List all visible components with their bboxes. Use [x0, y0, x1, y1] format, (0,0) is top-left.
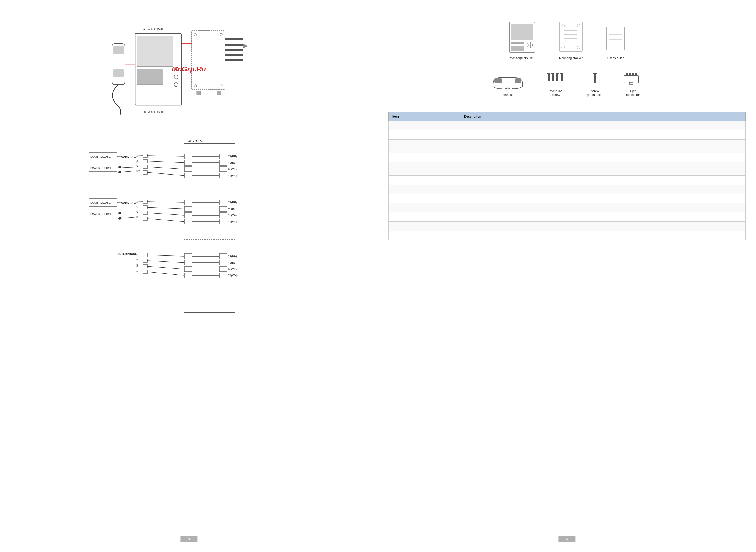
svg-text:CAMERA 1: CAMERA 1 — [121, 155, 136, 158]
svg-point-12 — [194, 85, 197, 87]
spec-item-cell — [389, 222, 460, 231]
spec-item-cell — [389, 121, 460, 130]
spec-desc-cell — [460, 194, 746, 203]
svg-rect-159 — [547, 73, 550, 74]
svg-rect-50 — [219, 213, 227, 218]
svg-rect-2 — [113, 69, 124, 77]
table-row — [389, 194, 746, 203]
svg-rect-137 — [511, 42, 524, 44]
svg-text:②: ② — [136, 159, 138, 162]
device-diagram: screw hole (M4) screw hole (M4) McGrp.Ru — [10, 15, 367, 123]
table-row — [389, 185, 746, 194]
svg-text:②: ② — [136, 259, 138, 262]
page-number-left: 8 — [180, 536, 198, 542]
spec-desc-cell — [460, 153, 746, 162]
spec-item-cell — [389, 153, 460, 162]
monitor-screw-accessory: screw(for monitor) — [587, 73, 604, 97]
svg-rect-83 — [143, 154, 147, 157]
screw-hole-label-bottom: screw hole (M4) — [143, 110, 163, 113]
svg-rect-33 — [219, 160, 227, 165]
spec-item-cell — [389, 231, 460, 240]
svg-rect-30 — [184, 167, 192, 172]
wire-slots — [225, 38, 248, 61]
svg-rect-5 — [137, 69, 163, 85]
svg-text:③: ③ — [136, 211, 138, 214]
mcgrp-watermark: McGrp.Ru — [172, 65, 206, 73]
svg-rect-22 — [217, 91, 221, 95]
spec-table-header-description: Description — [460, 112, 746, 121]
connector-icon — [624, 73, 642, 87]
svg-rect-161 — [551, 73, 554, 74]
svg-rect-163 — [556, 73, 559, 74]
svg-rect-63 — [184, 273, 192, 278]
svg-rect-66 — [219, 267, 227, 272]
bracket-accessory: Mounting bracket — [557, 20, 585, 60]
svg-rect-1 — [113, 46, 124, 54]
spec-item-cell — [389, 203, 460, 213]
spec-table: Item Description — [388, 112, 746, 240]
svg-text:①: ① — [136, 254, 138, 257]
accessories-row-1: Monitor(main unit) Mounting bracket — [388, 20, 746, 60]
svg-text:#3(YE): #3(YE) — [228, 214, 237, 217]
spec-table-header-item: Item — [389, 112, 460, 121]
svg-rect-105 — [143, 200, 147, 203]
svg-point-11 — [194, 33, 197, 36]
svg-rect-62 — [184, 267, 192, 272]
spec-item-cell — [389, 185, 460, 194]
svg-rect-142 — [511, 46, 524, 51]
spec-desc-cell — [460, 213, 746, 222]
camera1-group: DOOR RELEASE CAMERA 1 ① ② ③ ④ — [89, 152, 184, 175]
svg-rect-45 — [184, 206, 192, 212]
wiring-diagram: DPV-6-P2 #1(RE) #2(BL) — [10, 138, 367, 318]
spec-item-cell — [389, 130, 460, 140]
svg-rect-168 — [594, 74, 596, 83]
svg-line-88 — [147, 161, 184, 163]
svg-text:#2(BL): #2(BL) — [228, 261, 236, 264]
spec-desc-cell — [460, 162, 746, 175]
svg-rect-28 — [184, 154, 192, 159]
svg-line-118 — [120, 213, 140, 213]
table-row — [389, 153, 746, 162]
svg-rect-4 — [137, 36, 173, 66]
svg-rect-49 — [219, 206, 227, 212]
svg-rect-107 — [143, 211, 147, 215]
svg-text:③: ③ — [136, 264, 138, 267]
bracket-accessory-icon — [557, 20, 585, 54]
table-row — [389, 140, 746, 153]
spec-table-body — [389, 121, 746, 240]
svg-text:#4(WH): #4(WH) — [228, 220, 238, 223]
svg-rect-167 — [593, 73, 597, 74]
svg-text:④: ④ — [136, 170, 138, 173]
svg-rect-143 — [559, 22, 582, 51]
spec-item-cell — [389, 162, 460, 175]
svg-rect-15 — [225, 38, 243, 40]
screw-hole-label-top: screw hole (M4) — [143, 28, 163, 31]
spec-desc-cell — [460, 185, 746, 194]
handset-label: Handset — [503, 93, 515, 97]
svg-line-111 — [147, 213, 184, 215]
svg-rect-127 — [143, 264, 147, 268]
svg-rect-84 — [143, 159, 147, 163]
table-row — [389, 231, 746, 240]
table-row — [389, 162, 746, 175]
svg-rect-164 — [556, 74, 558, 81]
svg-rect-32 — [219, 154, 227, 159]
spec-desc-cell — [460, 203, 746, 213]
table-row — [389, 175, 746, 185]
accessories-section: Monitor(main unit) Mounting bracket — [388, 20, 746, 97]
svg-rect-151 — [607, 27, 625, 50]
svg-text:④: ④ — [136, 216, 138, 219]
svg-rect-126 — [143, 259, 147, 262]
svg-rect-156 — [495, 79, 502, 83]
spec-desc-cell — [460, 231, 746, 240]
svg-rect-44 — [184, 200, 192, 205]
svg-rect-35 — [219, 173, 227, 178]
guide-accessory: User's guide — [606, 26, 626, 60]
spec-desc-cell — [460, 222, 746, 231]
svg-text:DOOR RELEASE: DOOR RELEASE — [90, 155, 111, 158]
wiring-diagram-svg: DPV-6-P2 #1(RE) #2(BL) — [74, 138, 304, 318]
svg-rect-19 — [225, 59, 243, 61]
svg-point-13 — [220, 33, 222, 36]
svg-rect-160 — [547, 74, 550, 81]
svg-rect-10 — [192, 31, 225, 90]
